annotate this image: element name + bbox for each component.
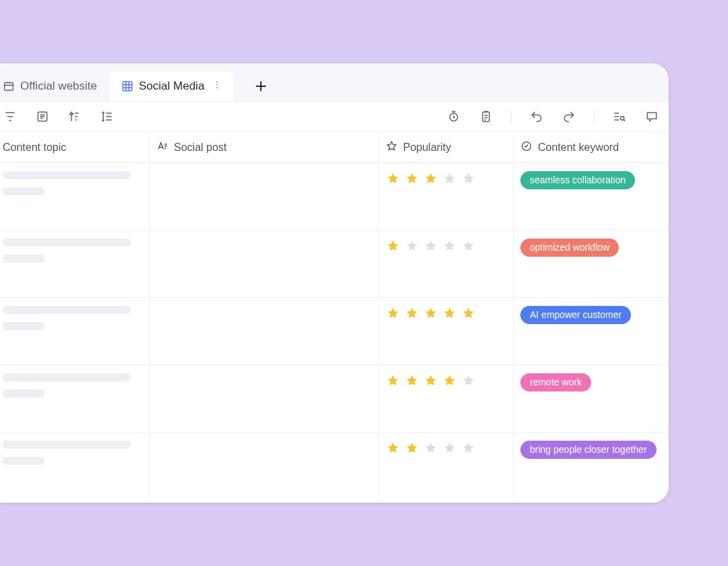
svg-point-8	[621, 117, 624, 120]
star-filled-icon[interactable]	[386, 373, 400, 391]
table-body: seamless collaborationoptimized workflow…	[0, 163, 669, 503]
redo-icon[interactable]	[562, 109, 576, 124]
separator	[594, 110, 595, 123]
column-label: Content topic	[3, 142, 66, 154]
cell-social-post[interactable]	[150, 298, 379, 365]
star-filled-icon[interactable]	[404, 306, 419, 323]
keyword-tag[interactable]: seamless collaboration	[520, 171, 635, 189]
column-header-popularity[interactable]: Popularity	[379, 132, 514, 162]
tab-menu-icon[interactable]	[212, 79, 222, 94]
cell-content-keyword[interactable]: seamless collaboration	[514, 163, 669, 230]
tab-social-media[interactable]: Social Media	[109, 71, 234, 101]
star-empty-icon[interactable]	[442, 171, 457, 189]
filter-icon[interactable]	[3, 109, 18, 124]
star-rating[interactable]	[386, 373, 506, 391]
check-circle-icon	[520, 140, 533, 155]
star-filled-icon[interactable]	[423, 171, 438, 189]
star-filled-icon[interactable]	[404, 441, 419, 458]
column-label: Popularity	[403, 142, 451, 154]
star-rating[interactable]	[386, 306, 506, 323]
placeholder-line	[3, 255, 44, 263]
comment-icon[interactable]	[644, 109, 659, 124]
column-header-content-topic[interactable]: Content topic	[0, 132, 150, 162]
star-filled-icon[interactable]	[423, 373, 438, 391]
table-row[interactable]: seamless collaboration	[0, 163, 669, 230]
cell-popularity[interactable]	[379, 230, 514, 297]
cell-content-topic[interactable]	[0, 230, 150, 297]
clock-icon[interactable]	[446, 109, 461, 124]
search-record-icon[interactable]	[612, 109, 627, 124]
placeholder-line	[3, 306, 131, 314]
column-header-social-post[interactable]: Social post	[150, 132, 379, 162]
svg-point-2	[216, 81, 218, 82]
add-tab-button[interactable]	[246, 71, 276, 101]
table-row[interactable]: optimized workflow	[0, 230, 669, 298]
keyword-tag[interactable]: remote work	[520, 373, 591, 391]
placeholder-line	[3, 389, 44, 398]
table-header: Content topic Social post Popularity Con…	[0, 132, 669, 163]
star-filled-icon[interactable]	[386, 306, 400, 323]
svg-rect-0	[5, 83, 13, 90]
cell-popularity[interactable]	[379, 433, 514, 500]
placeholder-line	[3, 322, 44, 330]
column-label: Content keyword	[538, 142, 619, 154]
star-empty-icon[interactable]	[461, 171, 476, 189]
separator	[511, 110, 512, 123]
star-outline-icon	[386, 140, 398, 155]
keyword-tag[interactable]: bring people closer together	[520, 441, 657, 459]
star-filled-icon[interactable]	[442, 306, 457, 323]
column-label: Social post	[174, 142, 226, 154]
text-format-icon	[156, 140, 169, 155]
cell-content-keyword[interactable]: bring people closer together	[514, 433, 669, 500]
star-empty-icon[interactable]	[423, 239, 438, 256]
clipboard-icon[interactable]	[479, 109, 493, 124]
cell-content-topic[interactable]	[0, 433, 150, 500]
star-rating[interactable]	[386, 171, 506, 189]
star-filled-icon[interactable]	[404, 171, 419, 189]
table-row[interactable]: remote work	[0, 365, 669, 433]
cell-social-post[interactable]	[150, 230, 379, 297]
star-filled-icon[interactable]	[386, 171, 400, 189]
keyword-tag[interactable]: optimized workflow	[520, 239, 619, 257]
star-empty-icon[interactable]	[461, 441, 476, 458]
star-empty-icon[interactable]	[423, 441, 438, 458]
table-row[interactable]: bring people closer together	[0, 433, 669, 500]
cell-popularity[interactable]	[379, 365, 514, 432]
cell-popularity[interactable]	[379, 163, 514, 230]
app-window: Official website Social Media	[0, 63, 669, 503]
cell-social-post[interactable]	[150, 163, 379, 230]
tab-label: Official website	[20, 80, 97, 93]
cell-content-keyword[interactable]: optimized workflow	[514, 230, 669, 297]
row-height-icon[interactable]	[100, 109, 115, 124]
star-rating[interactable]	[386, 441, 506, 458]
tab-official-website[interactable]: Official website	[0, 71, 109, 101]
star-filled-icon[interactable]	[386, 441, 400, 458]
star-filled-icon[interactable]	[423, 306, 438, 323]
star-empty-icon[interactable]	[461, 373, 476, 391]
star-empty-icon[interactable]	[442, 441, 457, 458]
star-filled-icon[interactable]	[461, 306, 476, 323]
sort-az-icon[interactable]	[67, 109, 82, 124]
undo-icon[interactable]	[529, 109, 544, 124]
star-empty-icon[interactable]	[442, 239, 457, 256]
cell-content-topic[interactable]	[0, 365, 150, 432]
cell-popularity[interactable]	[379, 298, 514, 365]
star-filled-icon[interactable]	[442, 373, 457, 391]
star-filled-icon[interactable]	[404, 373, 419, 391]
star-empty-icon[interactable]	[461, 239, 476, 256]
table-row[interactable]: AI empower customer	[0, 298, 669, 365]
star-filled-icon[interactable]	[386, 239, 400, 256]
grid-icon	[121, 80, 133, 92]
cell-content-keyword[interactable]: remote work	[514, 365, 669, 432]
cell-social-post[interactable]	[150, 365, 379, 432]
list-icon[interactable]	[35, 109, 50, 124]
star-rating[interactable]	[386, 239, 506, 256]
tabs-bar: Official website Social Media	[0, 63, 669, 101]
cell-social-post[interactable]	[150, 433, 379, 500]
column-header-content-keyword[interactable]: Content keyword	[514, 132, 669, 162]
cell-content-topic[interactable]	[0, 163, 150, 230]
cell-content-topic[interactable]	[0, 298, 150, 365]
cell-content-keyword[interactable]: AI empower customer	[514, 298, 669, 365]
keyword-tag[interactable]: AI empower customer	[520, 306, 631, 324]
star-empty-icon[interactable]	[404, 239, 419, 256]
